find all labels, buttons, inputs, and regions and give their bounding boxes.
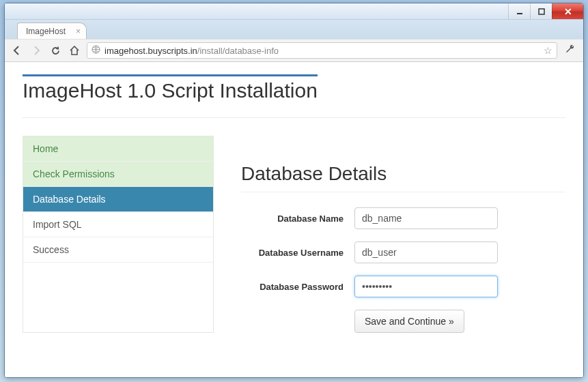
window-close-button[interactable]: ✕ xyxy=(552,3,583,19)
db-password-input[interactable] xyxy=(354,276,498,297)
tab-title: ImageHost xyxy=(26,27,66,36)
db-username-input[interactable] xyxy=(354,241,498,263)
nav-forward-button[interactable] xyxy=(29,44,43,57)
sidebar-item-success[interactable]: Success xyxy=(23,237,213,263)
section-title: Database Details xyxy=(241,163,565,192)
sidebar-item-import-sql[interactable]: Import SQL xyxy=(23,212,213,237)
window-maximize-button[interactable] xyxy=(530,3,552,19)
page-content: ImageHost 1.0 Script Installation Home C… xyxy=(5,62,583,377)
nav-home-button[interactable] xyxy=(68,44,81,57)
url-domain: imagehost.buyscripts.in xyxy=(104,46,197,56)
browser-tabstrip: ImageHost × xyxy=(5,20,583,39)
browser-window: ✕ ImageHost × imagehost.buyscripts.in/in… xyxy=(4,3,584,378)
svg-rect-1 xyxy=(539,9,544,14)
install-steps-sidebar: Home Check Permissions Database Details … xyxy=(23,136,214,333)
reload-icon xyxy=(51,46,61,56)
field-db-username: Database Username xyxy=(241,241,565,263)
globe-icon xyxy=(92,45,100,56)
maximize-icon xyxy=(538,8,545,15)
nav-back-button[interactable] xyxy=(10,44,24,57)
db-name-label: Database Name xyxy=(241,214,344,224)
field-db-name: Database Name xyxy=(241,207,565,229)
save-continue-button[interactable]: Save and Continue » xyxy=(354,310,464,333)
db-name-input[interactable] xyxy=(354,207,498,229)
settings-wrench-button[interactable] xyxy=(563,44,578,57)
sidebar-item-home[interactable]: Home xyxy=(23,136,213,162)
divider xyxy=(23,117,565,118)
minimize-icon xyxy=(516,8,523,15)
arrow-right-icon xyxy=(31,45,42,56)
db-username-label: Database Username xyxy=(241,248,344,258)
svg-rect-0 xyxy=(517,13,522,14)
arrow-left-icon xyxy=(12,45,23,56)
browser-toolbar: imagehost.buyscripts.in/install/database… xyxy=(5,39,583,62)
home-icon xyxy=(69,45,80,56)
field-db-password: Database Password xyxy=(241,276,565,297)
wrench-icon xyxy=(565,44,576,55)
window-titlebar: ✕ xyxy=(5,3,583,20)
page-title: ImageHost 1.0 Script Installation xyxy=(23,74,318,102)
main-panel: Database Details Database Name Database … xyxy=(241,136,565,333)
sidebar-item-check-permissions[interactable]: Check Permissions xyxy=(23,162,213,187)
bookmark-star-button[interactable]: ☆ xyxy=(544,45,552,56)
sidebar-item-database-details[interactable]: Database Details xyxy=(23,187,213,212)
tab-close-button[interactable]: × xyxy=(76,27,81,36)
nav-reload-button[interactable] xyxy=(48,44,62,57)
close-icon: ✕ xyxy=(564,6,572,17)
address-bar[interactable]: imagehost.buyscripts.in/install/database… xyxy=(87,42,557,59)
browser-tab[interactable]: ImageHost × xyxy=(17,23,87,39)
url-path: /install/database-info xyxy=(197,46,279,56)
db-password-label: Database Password xyxy=(241,282,344,292)
window-minimize-button[interactable] xyxy=(508,3,530,19)
